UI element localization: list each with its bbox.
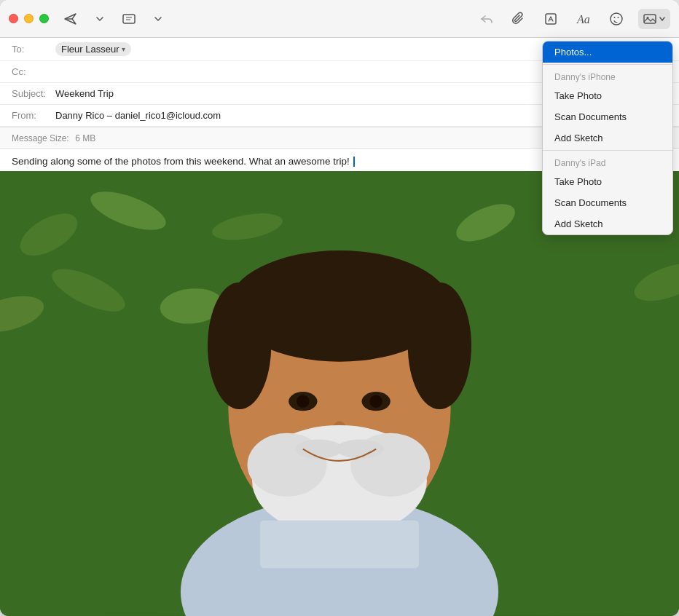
menu-ipad-section-header: Danny's iPad (543, 152, 672, 171)
menu-iphone-scan-documents[interactable]: Scan Documents (543, 106, 672, 127)
svg-rect-3 (546, 14, 556, 24)
to-label: To: (12, 44, 55, 55)
svg-rect-9 (644, 15, 656, 23)
maximize-button[interactable] (39, 14, 49, 23)
menu-ipad-take-photo[interactable]: Take Photo (543, 171, 672, 192)
cc-label: Cc: (12, 66, 55, 77)
svg-point-31 (297, 395, 309, 408)
photo-dropdown-arrow-icon (659, 15, 666, 23)
menu-ipad-scan-documents[interactable]: Scan Documents (543, 192, 672, 213)
toolbar-left (60, 9, 165, 29)
insert-dropdown-menu: Photos... Danny's iPhone Take Photo Scan… (542, 41, 673, 235)
chevron-down-icon-2 (154, 15, 162, 23)
message-size-label: Message Size: (12, 133, 69, 143)
svg-rect-39 (260, 521, 419, 568)
menu-photos-item[interactable]: Photos... (543, 42, 672, 63)
annotate-icon (543, 12, 558, 26)
subject-label: Subject: (12, 88, 55, 99)
send-button[interactable] (60, 9, 81, 29)
subject-value[interactable]: Weekend Trip (55, 88, 114, 99)
photo-icon (643, 12, 657, 26)
recipient-chevron-icon: ▾ (122, 45, 125, 53)
compose-icon (122, 12, 136, 26)
annotate-button[interactable] (541, 9, 561, 29)
reply-button[interactable] (476, 9, 497, 29)
emoji-icon (609, 12, 624, 26)
photo-image (0, 171, 679, 616)
svg-point-27 (208, 283, 271, 409)
photo-area (0, 171, 679, 616)
svg-point-28 (408, 283, 471, 409)
traffic-lights (9, 14, 49, 23)
font-icon: Aa (576, 12, 592, 26)
menu-ipad-add-sketch[interactable]: Add Sketch (543, 213, 672, 234)
recipient-chip[interactable]: Fleur Lasseur ▾ (55, 42, 131, 56)
menu-iphone-section-header: Danny's iPhone (543, 66, 672, 85)
insert-photo-button[interactable] (638, 9, 670, 29)
menu-iphone-take-photo[interactable]: Take Photo (543, 85, 672, 106)
compose-dropdown-button[interactable] (151, 12, 165, 26)
close-button[interactable] (9, 14, 18, 23)
svg-point-7 (614, 17, 616, 18)
photo-svg (0, 171, 679, 616)
recipient-name: Fleur Lasseur (61, 44, 119, 55)
svg-point-37 (295, 440, 342, 459)
menu-divider-1 (543, 64, 672, 65)
send-icon (63, 12, 78, 26)
body-text: Sending along some of the photos from th… (12, 156, 350, 167)
svg-point-32 (369, 395, 382, 408)
compose-button[interactable] (119, 9, 139, 29)
menu-iphone-add-sketch[interactable]: Add Sketch (543, 127, 672, 149)
minimize-button[interactable] (24, 14, 34, 23)
send-dropdown-button[interactable] (93, 12, 107, 26)
svg-point-38 (337, 440, 384, 459)
menu-divider-2 (543, 150, 672, 151)
toolbar-right: Aa (476, 9, 670, 29)
svg-point-6 (611, 13, 622, 25)
emoji-button[interactable] (606, 9, 627, 29)
font-button[interactable]: Aa (573, 9, 594, 29)
svg-rect-0 (123, 15, 135, 23)
from-value: Danny Rico – daniel_rico1@icloud.com (55, 110, 221, 121)
svg-point-8 (618, 17, 619, 18)
text-cursor (353, 157, 355, 167)
message-size-value: 6 MB (75, 133, 95, 143)
reply-icon (479, 12, 494, 26)
from-label: From: (12, 110, 55, 121)
chevron-down-icon (95, 15, 104, 23)
message-size-info: Message Size: 6 MB (12, 131, 95, 144)
attachment-button[interactable] (509, 9, 529, 29)
attachment-icon (511, 12, 526, 26)
titlebar: Aa (0, 0, 679, 38)
svg-text:Aa: Aa (576, 13, 590, 25)
